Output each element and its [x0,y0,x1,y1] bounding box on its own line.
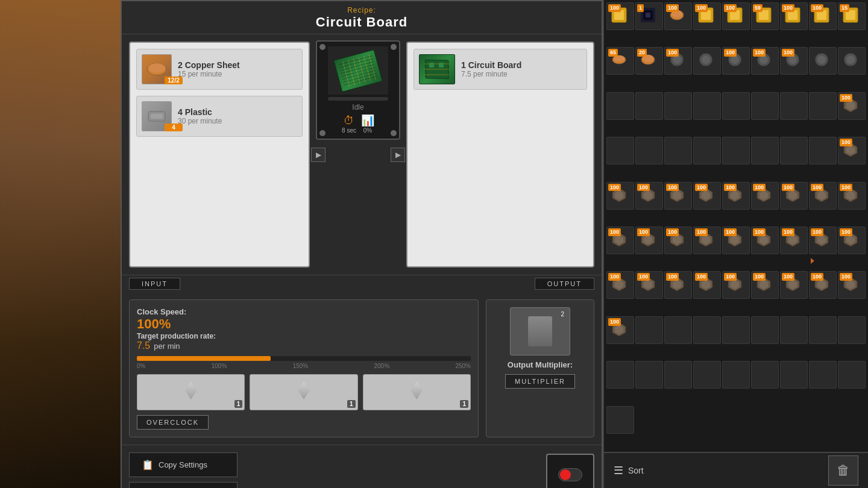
inventory-slot[interactable] [664,316,692,344]
inventory-slot[interactable]: 59 [751,2,779,30]
inventory-slot[interactable]: 1 [635,2,663,30]
inventory-slot[interactable] [664,137,692,164]
inventory-slot[interactable] [780,316,808,344]
inventory-slot[interactable] [751,316,779,344]
inventory-slot[interactable]: 100 [780,182,808,210]
copy-settings-button[interactable]: 📋 Copy Settings [129,452,237,477]
inventory-slot[interactable] [751,361,779,389]
machine-section: 12/2 2 Copper Sheet 15 per minute 4 4 Pl… [122,34,602,275]
inventory-slot[interactable] [693,47,721,75]
inventory-slot[interactable]: 100 [838,137,866,164]
inventory-slot[interactable]: 100 [780,47,808,75]
inventory-slot[interactable] [693,92,721,120]
inventory-slot[interactable]: 100 [751,227,779,254]
inventory-slot[interactable]: 100 [693,182,721,210]
inventory-slot[interactable] [635,137,663,164]
inventory-slot[interactable]: 20 [635,47,663,75]
overclock-button[interactable]: OVERCLOCK [137,415,209,430]
inventory-slot[interactable]: 100 [751,271,779,299]
multiplier-button[interactable]: MULTIPLIER [505,374,575,389]
inventory-slot[interactable] [751,137,779,164]
inventory-slot[interactable] [809,137,837,164]
inventory-slot[interactable] [722,92,750,120]
overclock-progress-container[interactable]: 0% 100% 150% 200% 250% [137,356,471,369]
inventory-slot[interactable]: 15 [838,2,866,30]
shard-slot-3[interactable]: 1 [363,374,471,410]
next-recipe-button[interactable]: ▶ [391,148,405,162]
inventory-slot[interactable] [838,47,866,75]
output-icon [419,54,455,84]
inventory-slot[interactable]: 100 [606,271,634,299]
inventory-slot[interactable]: 100 [693,2,721,30]
inventory-slot[interactable] [809,47,837,75]
inventory-slot[interactable]: 100 [809,182,837,210]
inventory-slot[interactable] [722,316,750,344]
inventory-slot[interactable]: 100 [722,271,750,299]
inventory-slot[interactable]: 100 [693,227,721,254]
inventory-slot[interactable]: 100 [664,271,692,299]
inventory-slot[interactable]: 100 [635,227,663,254]
inventory-slot[interactable]: 100 [722,47,750,75]
shard-slot-2[interactable]: 1 [250,374,357,410]
inventory-slot[interactable]: 100 [838,227,866,254]
inventory-slot[interactable]: 100 [664,227,692,254]
inventory-slot[interactable] [809,316,837,344]
inventory-slot[interactable] [693,361,721,389]
plastic-rate: 30 per minute [178,117,222,125]
inventory-slot[interactable]: 100 [838,271,866,299]
inventory-slot[interactable] [693,137,721,164]
inventory-slot[interactable] [838,361,866,389]
sort-button[interactable]: ☰ Sort [614,464,644,477]
inventory-slot[interactable] [722,137,750,164]
inventory-slot[interactable] [664,361,692,389]
shard-slot-1[interactable]: 1 [137,374,245,410]
inventory-slot[interactable] [635,316,663,344]
inventory-slot[interactable]: 100 [606,227,634,254]
inventory-slot[interactable] [780,361,808,389]
inventory-badge: 100 [608,318,621,326]
inventory-slot[interactable]: 100 [809,271,837,299]
inventory-slot[interactable]: 65 [606,47,634,75]
inventory-slot[interactable]: 100 [838,92,866,120]
inventory-slot[interactable]: 100 [693,271,721,299]
inventory-slot[interactable] [635,92,663,120]
trash-button[interactable]: 🗑 [828,455,858,486]
prev-recipe-button[interactable]: ▶ [311,148,326,162]
inventory-slot[interactable] [606,137,634,164]
paste-settings-button[interactable]: 📋 Paste Settings [129,482,237,488]
inventory-slot[interactable] [751,92,779,120]
inventory-slot[interactable] [722,361,750,389]
inventory-slot[interactable] [780,92,808,120]
inventory-slot[interactable] [606,92,634,120]
inventory-slot[interactable]: 100 [809,227,837,254]
inventory-slot[interactable]: 100 [606,182,634,210]
inventory-slot[interactable]: 100 [751,182,779,210]
inventory-slot[interactable]: 100 [751,47,779,75]
inventory-slot[interactable]: 100 [780,271,808,299]
inventory-slot[interactable]: 100 [722,2,750,30]
inventory-slot[interactable]: 100 [664,182,692,210]
inventory-slot[interactable]: 100 [780,227,808,254]
inventory-slot[interactable] [693,316,721,344]
inventory-slot[interactable]: 100 [606,2,634,30]
inventory-slot[interactable] [780,137,808,164]
inventory-slot[interactable]: 100 [635,271,663,299]
inventory-slot[interactable]: 100 [780,2,808,30]
inventory-slot[interactable]: 100 [664,47,692,75]
inventory-slot[interactable]: 100 [664,2,692,30]
inventory-slot[interactable]: 100 [838,182,866,210]
clock-speed-value: 100% [137,316,471,332]
inventory-slot[interactable] [635,361,663,389]
inventory-slot[interactable] [838,316,866,344]
inventory-slot[interactable] [664,92,692,120]
inventory-slot[interactable]: 100 [635,182,663,210]
standby-button[interactable] [546,454,594,488]
inventory-slot[interactable] [809,92,837,120]
inventory-slot[interactable]: 100 [722,182,750,210]
inventory-slot[interactable] [606,406,634,434]
inventory-slot[interactable]: 100 [809,2,837,30]
inventory-slot[interactable]: 100 [606,316,634,344]
inventory-slot[interactable]: 100 [722,227,750,254]
inventory-slot[interactable] [809,361,837,389]
inventory-slot[interactable] [606,361,634,389]
